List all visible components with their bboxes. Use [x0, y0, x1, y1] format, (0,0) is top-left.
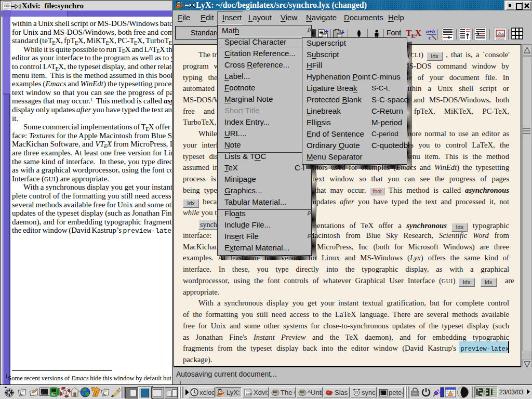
svg-text:1966: 1966 — [246, 392, 252, 395]
svg-text:c: c — [429, 34, 431, 41]
svg-text:a+b: a+b — [426, 28, 435, 34]
svg-text:1966: 1966 — [4, 4, 11, 8]
svg-text:K: K — [7, 390, 11, 396]
